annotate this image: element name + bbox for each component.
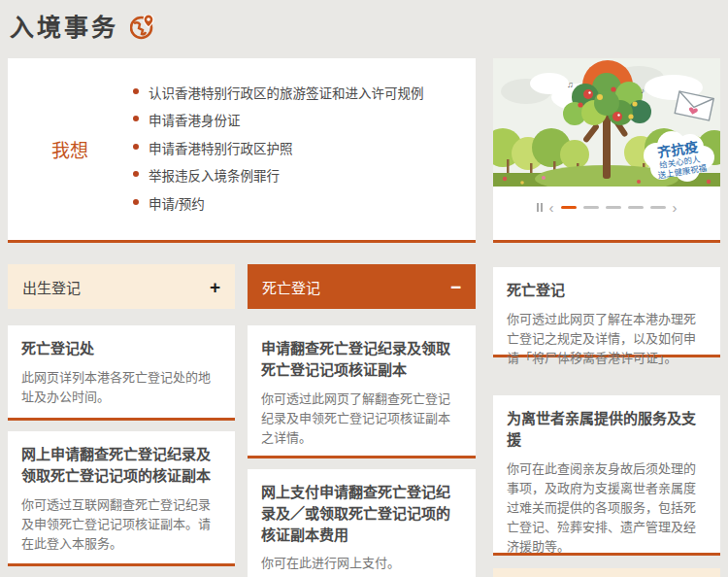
promo-banner-panel: ♫ ♪ 齐抗疫 给关心的人 送上健康祝福 ‹ <box>493 58 720 243</box>
card-body: 你可透过此网页了解翻查死亡登记纪录及申领死亡登记记项核证副本之详情。 <box>261 390 462 448</box>
globe-location-icon <box>130 13 155 40</box>
carousel-next-button[interactable]: › <box>673 200 678 215</box>
bullet-icon <box>133 144 139 150</box>
bullet-icon <box>133 199 139 205</box>
i-want-panel: 我想 认识香港特别行政区的旅游签证和进入许可规例 申请香港身份证 申请香港特别行… <box>8 58 476 243</box>
card-title: 申请翻查死亡登记纪录及领取死亡登记记项核证副本 <box>261 338 462 381</box>
carousel-dash-5[interactable] <box>650 206 666 209</box>
card-body: 你可在此进行网上支付。 <box>261 554 462 573</box>
card-body: 此网页详列本港各死亡登记处的地址及办公时间。 <box>21 368 221 407</box>
card-body: 你可在此查阅亲友身故后须处理的事项，及政府为支援离世者亲属度过难关而提供的各项服… <box>507 459 707 558</box>
carousel-prev-button[interactable]: ‹ <box>549 200 554 215</box>
carousel-pause-button[interactable] <box>537 203 543 212</box>
carousel-dash-3[interactable] <box>606 206 621 209</box>
plus-icon: + <box>210 278 220 296</box>
card-title: 网上申请翻查死亡登记纪录及领取死亡登记记项的核证副本 <box>21 444 221 487</box>
card-body: 你可透过此网页了解在本港办理死亡登记之规定及详情，以及如何申请「将尸体移离香港许… <box>507 310 707 368</box>
card-online-payment[interactable]: 网上支付申请翻查死亡登记纪录及／或领取死亡登记记项的核证副本费用 你可在此进行网… <box>248 469 476 577</box>
card-title: 为离世者亲属提供的服务及支援 <box>507 408 707 451</box>
music-note-icon: ♪ <box>641 86 645 95</box>
card-title: 死亡登记 <box>507 280 707 301</box>
carousel-dash-2[interactable] <box>583 206 599 209</box>
promo-banner-illustration[interactable]: ♫ ♪ 齐抗疫 给关心的人 送上健康祝福 <box>493 58 720 187</box>
carousel-dash-1[interactable] <box>561 206 577 209</box>
i-want-link-visa[interactable]: 认识香港特别行政区的旅游签证和进入许可规例 <box>132 85 424 104</box>
music-note-icon: ♫ <box>567 80 574 89</box>
carousel-dash-4[interactable] <box>628 206 644 209</box>
accordion-label: 出生登记 <box>22 277 81 297</box>
bullet-icon <box>133 116 139 121</box>
card-apply-search-records[interactable]: 申请翻查死亡登记纪录及领取死亡登记记项核证副本 你可透过此网页了解翻查死亡登记纪… <box>248 325 476 458</box>
accordion-birth-registration[interactable]: 出生登记 + <box>8 264 235 309</box>
bullet-icon <box>133 171 139 177</box>
i-want-list: 认识香港特别行政区的旅游签证和进入许可规例 申请香港身份证 申请香港特别行政区护… <box>132 76 424 223</box>
page-title: 入境事务 <box>10 8 118 43</box>
i-want-label: 我想 <box>8 136 132 162</box>
page-header: 入境事务 <box>10 8 155 43</box>
card-title: 网上支付申请翻查死亡登记纪录及／或领取死亡登记记项的核证副本费用 <box>261 482 462 545</box>
card-bereaved-family-support[interactable]: 为离世者亲属提供的服务及支援 你可在此查阅亲友身故后须处理的事项，及政府为支援离… <box>493 395 720 556</box>
i-want-link-report-offence[interactable]: 举报违反入境条例罪行 <box>132 167 424 187</box>
card-online-search-apply[interactable]: 网上申请翻查死亡登记纪录及领取死亡登记记项的核证副本 你可透过互联网翻查死亡登记… <box>8 431 235 566</box>
card-title: 死亡登记处 <box>21 338 221 359</box>
carousel-controls: ‹ › <box>493 200 720 215</box>
next-accordion-peek[interactable] <box>493 568 720 577</box>
accordion-death-registration[interactable]: 死亡登记 − <box>248 264 476 309</box>
i-want-link-passport[interactable]: 申请香港特别行政区护照 <box>132 140 424 159</box>
bullet-icon <box>133 88 139 94</box>
i-want-link-id-card[interactable]: 申请香港身份证 <box>132 112 424 131</box>
card-death-registration-info[interactable]: 死亡登记 你可透过此网页了解在本港办理死亡登记之规定及详情，以及如何申请「将尸体… <box>493 267 720 357</box>
minus-icon: − <box>450 278 461 296</box>
accordion-label: 死亡登记 <box>262 277 320 297</box>
card-body: 你可透过互联网翻查死亡登记纪录及申领死亡登记记项核证副本。请在此登入本服务。 <box>21 495 221 554</box>
card-death-registries[interactable]: 死亡登记处 此网页详列本港各死亡登记处的地址及办公时间。 <box>8 325 235 421</box>
i-want-link-apply-booking[interactable]: 申请/预约 <box>132 195 424 215</box>
